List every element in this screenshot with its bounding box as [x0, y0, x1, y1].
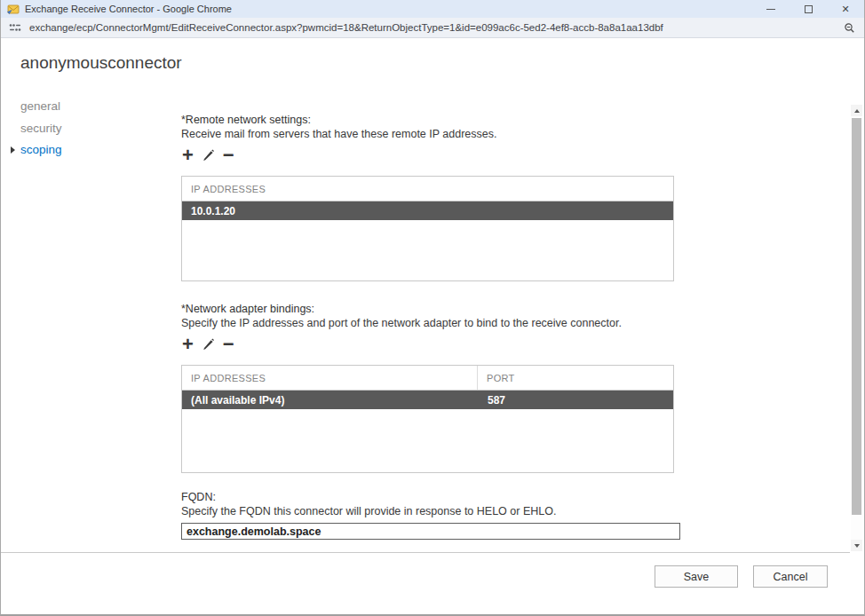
remote-network-description: Receive mail from servers that have thes…: [181, 128, 496, 140]
remote-network-label: *Remote network settings:: [181, 114, 311, 126]
zoom-icon[interactable]: [844, 22, 855, 34]
window-title: Exchange Receive Connector - Google Chro…: [25, 4, 232, 14]
minimize-button[interactable]: [752, 0, 790, 18]
sidebar-item-scoping[interactable]: scoping: [20, 143, 62, 156]
titlebar: Exchange Receive Connector - Google Chro…: [1, 0, 864, 18]
scrollbar-thumb[interactable]: [852, 118, 861, 515]
exchange-envelope-icon: [7, 4, 20, 14]
column-header-ip-addresses: IP ADDRESSES: [182, 366, 478, 390]
fqdn-label: FQDN:: [181, 491, 216, 503]
adapter-bindings-label: *Network adapter bindings:: [181, 303, 314, 315]
remote-ip-toolbar: + −: [182, 144, 234, 167]
remove-binding-button[interactable]: −: [223, 335, 234, 354]
table-row-remote-ip[interactable]: 10.0.1.20: [182, 201, 673, 220]
sidebar-item-general[interactable]: general: [20, 99, 60, 113]
browser-window: Exchange Receive Connector - Google Chro…: [0, 0, 865, 616]
arrow-down-icon: [854, 544, 860, 548]
adapter-bindings-description: Specify the IP addresses and port of the…: [181, 317, 622, 329]
remote-ip-table-header: IP ADDRESSES: [182, 177, 673, 201]
pencil-icon: [202, 148, 215, 162]
active-nav-arrow-icon: [11, 146, 15, 154]
remote-ip-value: 10.0.1.20: [182, 205, 235, 217]
bindings-table-header: IP ADDRESSES PORT: [182, 366, 673, 391]
edit-ip-button[interactable]: [202, 148, 215, 162]
bindings-table: IP ADDRESSES PORT (All available IPv4) 5…: [181, 365, 674, 473]
minimize-icon: [766, 9, 775, 10]
close-button[interactable]: ✕: [827, 0, 864, 18]
remove-ip-button[interactable]: −: [223, 146, 234, 165]
maximize-button[interactable]: [790, 0, 827, 18]
address-bar: exchange/ecp/ConnectorMgmt/EditReceiveCo…: [1, 18, 864, 38]
sidebar-item-security[interactable]: security: [20, 122, 62, 135]
scroll-up-button[interactable]: [851, 105, 862, 116]
fqdn-description: Specify the FQDN this connector will pro…: [181, 505, 556, 517]
vertical-scrollbar: [851, 105, 862, 551]
footer-divider: [1, 552, 850, 553]
bindings-toolbar: + −: [182, 333, 234, 356]
maximize-icon: [805, 5, 813, 13]
table-row-binding[interactable]: (All available IPv4) 587: [182, 391, 673, 409]
save-button[interactable]: Save: [655, 565, 738, 588]
site-settings-icon[interactable]: [9, 22, 21, 33]
add-ip-button[interactable]: +: [182, 146, 194, 165]
scroll-down-button[interactable]: [851, 540, 862, 551]
column-header-ip-addresses: IP ADDRESSES: [182, 184, 266, 194]
add-binding-button[interactable]: +: [182, 335, 194, 354]
fqdn-input[interactable]: [181, 523, 680, 540]
column-header-port: PORT: [478, 373, 515, 383]
edit-binding-button[interactable]: [202, 337, 215, 351]
binding-port-value: 587: [479, 394, 505, 407]
cancel-button[interactable]: Cancel: [753, 565, 828, 588]
window-controls: ✕: [752, 0, 864, 18]
binding-ip-value: (All available IPv4): [182, 394, 479, 407]
arrow-up-icon: [854, 109, 860, 113]
close-icon: ✕: [841, 4, 849, 14]
address-url[interactable]: exchange/ecp/ConnectorMgmt/EditReceiveCo…: [29, 22, 663, 33]
remote-ip-table: IP ADDRESSES 10.0.1.20: [181, 176, 674, 281]
pencil-icon: [202, 337, 215, 351]
page-title: anonymousconnector: [20, 53, 182, 73]
